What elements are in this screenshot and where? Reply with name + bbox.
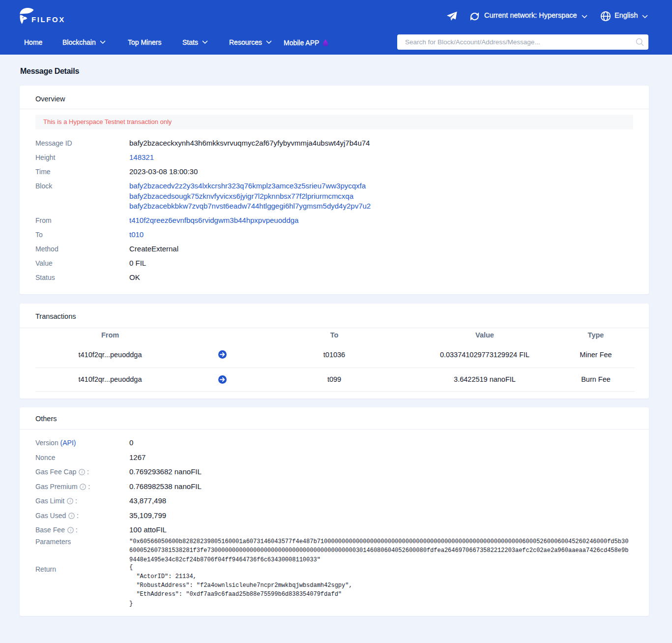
svg-text:i: i bbox=[82, 469, 83, 474]
svg-text:i: i bbox=[70, 498, 71, 503]
svg-text:i: i bbox=[83, 484, 84, 489]
svg-text:i: i bbox=[70, 527, 71, 532]
svg-text:i: i bbox=[71, 513, 73, 518]
